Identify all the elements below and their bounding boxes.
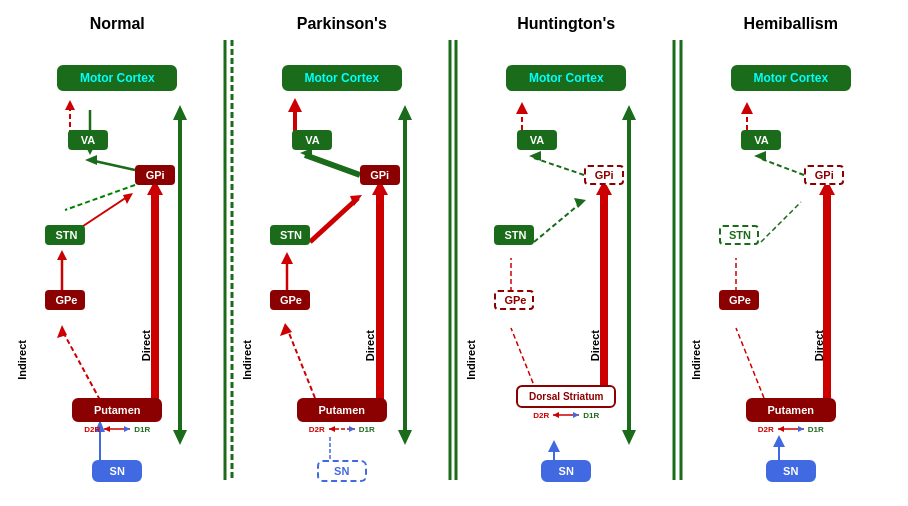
normal-putamen: Putamen D2R D1R	[72, 398, 162, 434]
svg-marker-29	[288, 98, 302, 112]
parkinsons-gpi: GPi	[360, 165, 400, 185]
huntingtons-va: VA	[517, 130, 557, 150]
svg-marker-78	[798, 426, 804, 432]
huntingtons-putamen: Dorsal Striatum D2R D1R	[516, 385, 616, 420]
svg-marker-4	[65, 100, 75, 110]
main-container: Normal	[0, 0, 908, 506]
huntingtons-sn: SN	[541, 460, 591, 482]
parkinsons-indirect-label: Indirect	[241, 340, 253, 380]
svg-marker-60	[622, 105, 636, 120]
huntingtons-gpi: GPi	[584, 165, 624, 185]
normal-stn: STN	[45, 225, 85, 245]
huntingtons-stn: STN	[494, 225, 534, 245]
svg-marker-20	[173, 430, 187, 445]
hemiballism-motor-cortex: Motor Cortex	[731, 65, 851, 91]
svg-line-36	[310, 198, 358, 242]
panel-parkinsons: Parkinson's	[230, 10, 455, 496]
parkinsons-motor-cortex: Motor Cortex	[282, 65, 402, 91]
svg-marker-19	[173, 105, 187, 120]
svg-marker-11	[57, 250, 67, 260]
hemiballism-va: VA	[741, 130, 781, 150]
hemiballism-gpi: GPi	[804, 165, 844, 185]
svg-marker-64	[553, 412, 559, 418]
svg-marker-41	[398, 430, 412, 445]
panel-huntingtons: Huntington's	[454, 10, 679, 496]
svg-line-47	[534, 158, 584, 175]
parkinsons-direct-label: Direct	[364, 330, 376, 361]
huntingtons-gpe: GPe	[494, 290, 534, 310]
hemiballism-indirect-label: Indirect	[690, 340, 702, 380]
normal-gpi: GPi	[135, 165, 175, 185]
huntingtons-direct-label: Direct	[589, 330, 601, 361]
panel-normal: Normal	[5, 10, 230, 496]
svg-marker-50	[516, 102, 528, 114]
parkinsons-gpe: GPe	[270, 290, 310, 310]
svg-marker-6	[85, 155, 97, 165]
normal-sn: SN	[92, 460, 142, 482]
svg-line-54	[534, 202, 582, 242]
svg-line-32	[287, 328, 315, 398]
svg-line-26	[305, 155, 360, 175]
svg-marker-63	[573, 412, 579, 418]
svg-line-76	[761, 202, 801, 242]
panel-hemiballism: Hemiballism Motor Cortex	[679, 10, 904, 496]
svg-marker-61	[622, 430, 636, 445]
hemiballism-gpe: GPe	[719, 290, 759, 310]
svg-marker-44	[329, 426, 335, 432]
svg-marker-55	[574, 198, 586, 208]
svg-marker-75	[773, 435, 785, 447]
svg-marker-67	[754, 151, 766, 161]
normal-motor-cortex: Motor Cortex	[57, 65, 177, 91]
parkinsons-va: VA	[292, 130, 332, 150]
parkinsons-stn: STN	[270, 225, 310, 245]
normal-direct-label: Direct	[140, 330, 152, 361]
svg-marker-35	[281, 252, 293, 264]
huntingtons-indirect-label: Indirect	[465, 340, 477, 380]
svg-line-14	[62, 330, 100, 400]
svg-marker-58	[548, 440, 560, 452]
svg-marker-43	[349, 426, 355, 432]
svg-marker-69	[741, 102, 753, 114]
normal-gpe: GPe	[45, 290, 85, 310]
svg-marker-40	[398, 105, 412, 120]
svg-line-73	[736, 328, 764, 398]
svg-marker-48	[529, 151, 541, 161]
parkinsons-putamen: Putamen D2R D1R	[297, 398, 387, 434]
hemiballism-putamen: Putamen D2R D1R	[746, 398, 836, 434]
svg-marker-23	[104, 426, 110, 432]
hemiballism-sn: SN	[766, 460, 816, 482]
svg-marker-79	[778, 426, 784, 432]
huntingtons-motor-cortex: Motor Cortex	[506, 65, 626, 91]
normal-va: VA	[68, 130, 108, 150]
normal-indirect-label: Indirect	[16, 340, 28, 380]
svg-marker-22	[124, 426, 130, 432]
parkinsons-sn: SN	[317, 460, 367, 482]
hemiballism-direct-label: Direct	[813, 330, 825, 361]
hemiballism-stn: STN	[719, 225, 759, 245]
